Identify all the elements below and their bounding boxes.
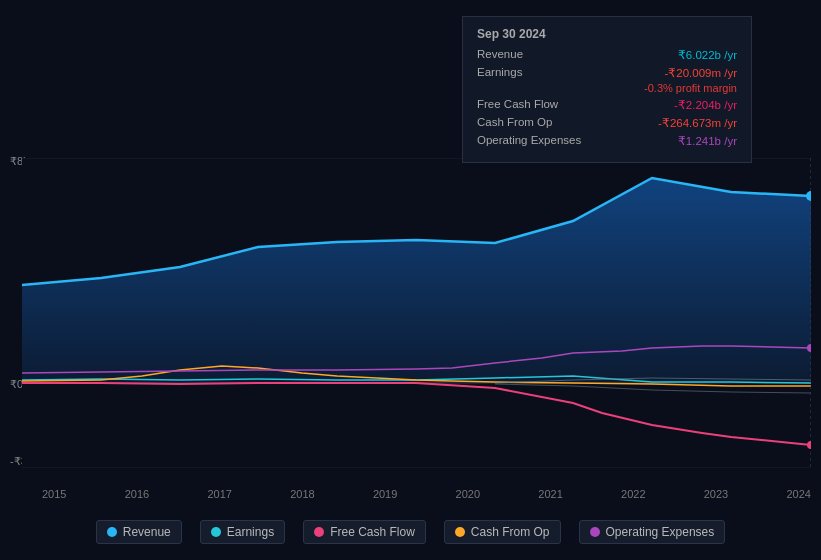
legend-cash-from-op[interactable]: Cash From Op	[444, 520, 561, 544]
tooltip-row-revenue: Revenue ₹6.022b /yr	[477, 48, 737, 62]
legend-revenue-label: Revenue	[123, 525, 171, 539]
x-label-2020: 2020	[456, 488, 480, 500]
x-axis: 2015 2016 2017 2018 2019 2020 2021 2022 …	[32, 483, 811, 500]
tooltip-row-fcf: Free Cash Flow -₹2.204b /yr	[477, 98, 737, 112]
tooltip-row-earnings: Earnings -₹20.009m /yr	[477, 66, 737, 80]
profit-margin-row: -0.3% profit margin	[477, 82, 737, 94]
profit-margin-value: -0.3% profit margin	[644, 82, 737, 94]
opex-value: ₹1.241b /yr	[678, 134, 737, 148]
x-label-2022: 2022	[621, 488, 645, 500]
x-label-2017: 2017	[207, 488, 231, 500]
revenue-label: Revenue	[477, 48, 523, 62]
x-label-2023: 2023	[704, 488, 728, 500]
revenue-value: ₹6.022b /yr	[678, 48, 737, 62]
earnings-label: Earnings	[477, 66, 522, 80]
x-label-2019: 2019	[373, 488, 397, 500]
cashop-dot	[455, 527, 465, 537]
legend-fcf-label: Free Cash Flow	[330, 525, 415, 539]
x-label-2015: 2015	[42, 488, 66, 500]
chart-svg	[22, 158, 811, 468]
fcf-dot	[314, 527, 324, 537]
earnings-value: -₹20.009m /yr	[664, 66, 737, 80]
legend-earnings-label: Earnings	[227, 525, 274, 539]
tooltip-row-cashop: Cash From Op -₹264.673m /yr	[477, 116, 737, 130]
opex-label: Operating Expenses	[477, 134, 581, 148]
tooltip-panel: Sep 30 2024 Revenue ₹6.022b /yr Earnings…	[462, 16, 752, 163]
fcf-label: Free Cash Flow	[477, 98, 558, 112]
tooltip-row-opex: Operating Expenses ₹1.241b /yr	[477, 134, 737, 148]
legend-opex-label: Operating Expenses	[606, 525, 715, 539]
fcf-value: -₹2.204b /yr	[674, 98, 737, 112]
legend-earnings[interactable]: Earnings	[200, 520, 285, 544]
chart-wrapper	[22, 158, 811, 468]
x-label-2024: 2024	[786, 488, 810, 500]
x-label-2016: 2016	[125, 488, 149, 500]
x-label-2018: 2018	[290, 488, 314, 500]
legend-cashop-label: Cash From Op	[471, 525, 550, 539]
cashop-label: Cash From Op	[477, 116, 552, 130]
cashop-value: -₹264.673m /yr	[658, 116, 737, 130]
opex-dot	[590, 527, 600, 537]
earnings-dot	[211, 527, 221, 537]
revenue-dot	[107, 527, 117, 537]
legend: Revenue Earnings Free Cash Flow Cash Fro…	[0, 520, 821, 544]
tooltip-date: Sep 30 2024	[477, 27, 737, 41]
legend-revenue[interactable]: Revenue	[96, 520, 182, 544]
legend-opex[interactable]: Operating Expenses	[579, 520, 726, 544]
x-label-2021: 2021	[538, 488, 562, 500]
legend-fcf[interactable]: Free Cash Flow	[303, 520, 426, 544]
